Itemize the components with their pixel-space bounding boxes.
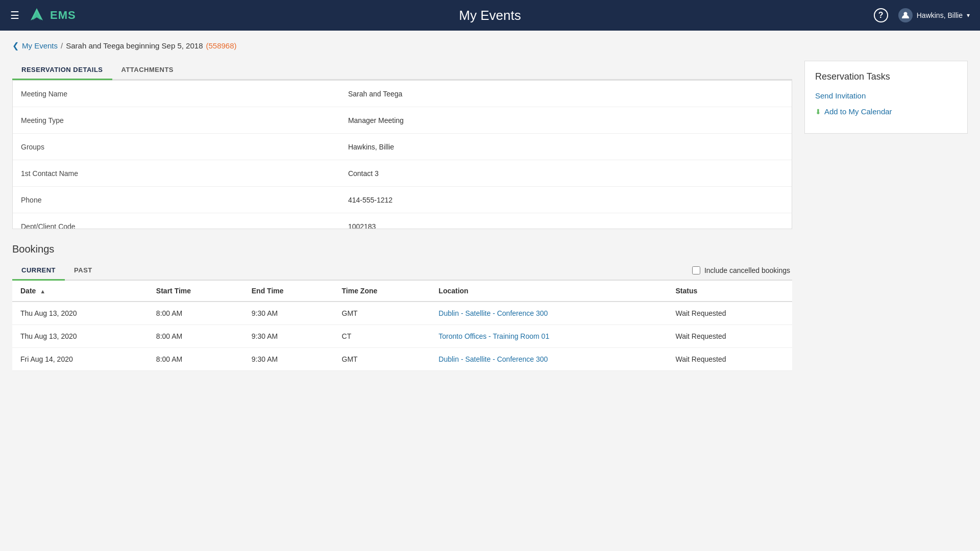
cancelled-bookings-checkbox-row: Include cancelled bookings [692,266,792,274]
cell-end-time: 9:30 AM [243,348,334,371]
bookings-tabs-row: CURRENT PAST Include cancelled bookings [12,261,792,281]
details-label-dept-code: Dept/Client Code [13,215,340,229]
details-row: Phone 414-555-1212 [13,187,792,213]
details-label-groups: Groups [13,136,340,158]
page-title: My Events [459,8,521,23]
include-cancelled-label[interactable]: Include cancelled bookings [704,266,790,274]
details-value-meeting-type: Manager Meeting [340,109,792,132]
tab-current[interactable]: CURRENT [12,261,65,281]
reservation-tasks-title: Reservation Tasks [815,71,957,82]
tab-reservation-details[interactable]: RESERVATION DETAILS [12,61,112,80]
details-value-dept-code: 1002183 [340,215,792,229]
user-chevron-icon: ▾ [967,12,970,19]
col-time-zone: Time Zone [334,281,431,302]
details-row: Dept/Client Code 1002183 [13,213,792,229]
cell-date: Thu Aug 13, 2020 [12,302,148,325]
logo-icon [28,6,46,24]
cell-start-time: 8:00 AM [148,348,243,371]
add-calendar-label: Add to My Calendar [824,107,892,116]
user-avatar-icon [898,8,913,22]
main-content: ❮ My Events / Sarah and Teega beginning … [0,31,980,381]
details-row: Meeting Name Sarah and Teega [13,81,792,107]
reservation-tasks: Reservation Tasks Send Invitation ⬇ Add … [804,61,968,134]
tab-past[interactable]: PAST [65,261,102,281]
breadcrumb-id: (558968) [206,41,237,50]
cell-start-time: 8:00 AM [148,325,243,348]
breadcrumb-current: Sarah and Teega beginning Sep 5, 2018 [66,41,203,50]
table-row: Fri Aug 14, 2020 8:00 AM 9:30 AM GMT Dub… [12,348,792,371]
details-value-contact-name: Contact 3 [340,162,792,185]
location-link[interactable]: Dublin - Satellite - Conference 300 [438,355,548,363]
cell-location[interactable]: Dublin - Satellite - Conference 300 [430,348,667,371]
menu-icon[interactable]: ☰ [10,9,19,21]
include-cancelled-checkbox[interactable] [692,266,700,274]
details-container: Meeting Name Sarah and Teega Meeting Typ… [12,80,792,229]
location-link[interactable]: Dublin - Satellite - Conference 300 [438,309,548,317]
col-status: Status [667,281,792,302]
col-location: Location [430,281,667,302]
bookings-table-header-row: Date ▲ Start Time End Time Time Zone Loc… [12,281,792,302]
cell-status: Wait Requested [667,348,792,371]
header: ☰ EMS My Events ? Hawkins, Billie ▾ [0,0,980,31]
reservation-tabs: RESERVATION DETAILS ATTACHMENTS [12,61,792,80]
bookings-table: Date ▲ Start Time End Time Time Zone Loc… [12,281,792,371]
bookings-section: Bookings CURRENT PAST Include cancelled … [12,243,792,371]
details-label-contact-name: 1st Contact Name [13,162,340,185]
cell-status: Wait Requested [667,325,792,348]
calendar-download-icon: ⬇ [815,108,821,116]
cell-end-time: 9:30 AM [243,325,334,348]
cell-location[interactable]: Dublin - Satellite - Conference 300 [430,302,667,325]
details-label-meeting-name: Meeting Name [13,83,340,105]
details-value-meeting-name: Sarah and Teega [340,83,792,105]
add-to-calendar-link[interactable]: ⬇ Add to My Calendar [815,107,957,116]
col-date[interactable]: Date ▲ [12,281,148,302]
details-label-meeting-type: Meeting Type [13,109,340,132]
logo: EMS [28,6,76,24]
details-scroll[interactable]: Meeting Name Sarah and Teega Meeting Typ… [13,81,792,229]
user-name: Hawkins, Billie [917,11,963,19]
cell-time-zone: GMT [334,302,431,325]
help-button[interactable]: ? [874,8,888,22]
col-start-time: Start Time [148,281,243,302]
table-row: Thu Aug 13, 2020 8:00 AM 9:30 AM GMT Dub… [12,302,792,325]
breadcrumb-separator: / [61,41,63,50]
details-value-phone: 414-555-1212 [340,189,792,211]
col-end-time: End Time [243,281,334,302]
breadcrumb-back-icon[interactable]: ❮ [12,41,19,51]
cell-date: Thu Aug 13, 2020 [12,325,148,348]
details-row: 1st Contact Name Contact 3 [13,160,792,187]
details-row: Groups Hawkins, Billie [13,134,792,160]
location-link[interactable]: Toronto Offices - Training Room 01 [438,332,549,340]
breadcrumb: ❮ My Events / Sarah and Teega beginning … [12,41,968,51]
send-invitation-link[interactable]: Send Invitation [815,91,957,100]
logo-text: EMS [50,9,76,22]
cell-time-zone: CT [334,325,431,348]
right-sidebar: Reservation Tasks Send Invitation ⬇ Add … [804,61,968,371]
cell-start-time: 8:00 AM [148,302,243,325]
main-layout: RESERVATION DETAILS ATTACHMENTS Meeting … [12,61,968,371]
cell-status: Wait Requested [667,302,792,325]
bookings-tabs: CURRENT PAST [12,261,102,280]
bookings-title: Bookings [12,243,792,255]
details-row: Meeting Type Manager Meeting [13,107,792,134]
table-row: Thu Aug 13, 2020 8:00 AM 9:30 AM CT Toro… [12,325,792,348]
details-label-phone: Phone [13,189,340,211]
cell-date: Fri Aug 14, 2020 [12,348,148,371]
cell-location[interactable]: Toronto Offices - Training Room 01 [430,325,667,348]
sort-icon: ▲ [40,288,45,294]
header-right: ? Hawkins, Billie ▾ [874,8,970,22]
user-menu[interactable]: Hawkins, Billie ▾ [898,8,970,22]
left-content: RESERVATION DETAILS ATTACHMENTS Meeting … [12,61,792,371]
cell-end-time: 9:30 AM [243,302,334,325]
tab-attachments[interactable]: ATTACHMENTS [112,61,183,80]
details-value-groups: Hawkins, Billie [340,136,792,158]
breadcrumb-parent-link[interactable]: My Events [22,41,58,50]
cell-time-zone: GMT [334,348,431,371]
